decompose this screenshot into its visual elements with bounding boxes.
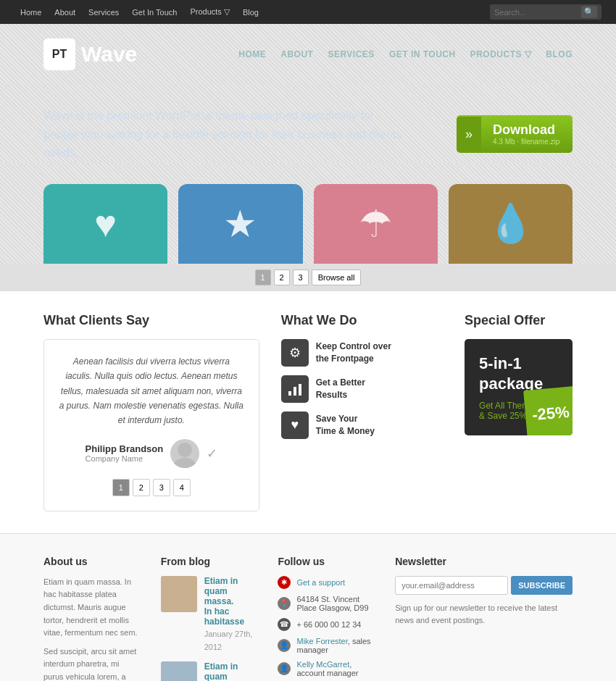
topnav-about[interactable]: About (49, 6, 81, 19)
newsletter-heading: Newsletter (395, 556, 573, 567)
search-input[interactable] (494, 8, 581, 17)
footer-blog: From blog Etiam in quam massa.In hac hab… (161, 556, 257, 681)
search-button[interactable]: 🔍 (581, 6, 597, 18)
service-save: ♥ Save YourTime & Money (281, 411, 443, 439)
logo-box: PT (43, 38, 75, 70)
site-footer: About us Etiam in quam massa. In hac hab… (0, 533, 616, 681)
umbrella-icon: ☂ (359, 202, 393, 246)
checkmark-icon: ✓ (207, 446, 217, 461)
nav-services[interactable]: SERVICES (328, 49, 374, 59)
subscribe-button[interactable]: SUBSCRIBE (511, 576, 573, 595)
testimonial-dot-1[interactable]: 1 (112, 479, 130, 496)
download-button[interactable]: » Download 4.3 Mb · filename.zip (457, 115, 573, 153)
page-1-button[interactable]: 1 (255, 270, 271, 285)
offer-badge: -25% (523, 386, 573, 435)
drop-icon: 💧 (487, 201, 534, 246)
icon-cards-row: ♥ ★ ☂ 💧 (0, 162, 616, 264)
card-heart[interactable]: ♥ (43, 184, 167, 264)
site-header: PT Wave HOME ABOUT SERVICES GET IN TOUCH… (0, 24, 616, 85)
nav-about[interactable]: ABOUT (280, 49, 313, 59)
follow-person-1: 👤 Mike Forrester, sales manager (278, 637, 373, 654)
testimonials-section: What Clients Say Aenean facilisis dui vi… (43, 313, 259, 511)
what-we-do-section: What We Do ⚙ Keep Control overthe Frontp… (281, 313, 443, 511)
blog-link-2[interactable]: Etiam in quam massa.In hac habitasse (204, 661, 257, 681)
topnav-get-in-touch[interactable]: Get In Touch (126, 6, 183, 19)
hero-section: Wave is the premium WordPress theme desi… (0, 85, 616, 162)
avatar (170, 439, 199, 468)
testimonial-dot-3[interactable]: 3 (153, 479, 170, 496)
special-offer-heading: Special Offer (465, 313, 573, 328)
footer-about: About us Etiam in quam massa. In hac hab… (43, 556, 139, 681)
blog-date-1: January 27th, 2012 (204, 630, 253, 651)
testimonial-text: Aenean facilisis dui viverra lectus vive… (59, 354, 244, 428)
blog-link-1[interactable]: Etiam in quam massa.In hac habitasse (204, 576, 257, 627)
footer-follow: Follow us ✱ Get a support 📍 64184 St. Vi… (278, 556, 373, 681)
card-star[interactable]: ★ (178, 184, 302, 264)
author-company: Company Name (86, 454, 164, 463)
logo-initials: PT (52, 48, 67, 61)
chart-icon (281, 375, 309, 403)
star-icon: ★ (223, 202, 257, 246)
testimonial-dot-2[interactable]: 2 (133, 479, 150, 496)
download-label: Download (493, 122, 559, 138)
gear-icon: ⚙ (281, 339, 309, 367)
blog-post-1: Etiam in quam massa.In hac habitasse Jan… (161, 576, 257, 653)
person-1-link[interactable]: Mike Forrester (296, 637, 347, 646)
newsletter-form: SUBSCRIBE (395, 576, 573, 595)
nav-get-in-touch[interactable]: GET IN TOUCH (389, 49, 456, 59)
person-2-text: Kelly McGarret, account manager (296, 660, 373, 677)
nav-home[interactable]: HOME (238, 49, 266, 59)
newsletter-email-input[interactable] (395, 576, 508, 595)
phone-text: + 66 000 00 12 34 (296, 620, 361, 629)
person-1-text: Mike Forrester, sales manager (296, 637, 373, 654)
brand-name: Wave (81, 42, 137, 67)
three-column-section: What Clients Say Aenean facilisis dui vi… (0, 291, 616, 533)
service-results-label: Get a BetterResults (316, 377, 365, 401)
nav-blog[interactable]: BLOG (546, 49, 573, 59)
logo: PT Wave (43, 38, 137, 70)
testimonial-dot-4[interactable]: 4 (173, 479, 191, 496)
testimonial-navigation: 1 2 3 4 (59, 479, 244, 496)
service-frontpage: ⚙ Keep Control overthe Frontpage (281, 339, 443, 367)
svg-point-0 (178, 443, 192, 457)
person-icon-2: 👤 (278, 662, 291, 675)
nav-products[interactable]: PRODUCTS ▽ (470, 49, 532, 59)
topnav-services[interactable]: Services (83, 6, 125, 19)
topnav-home[interactable]: Home (14, 6, 47, 19)
support-icon: ✱ (278, 576, 291, 589)
download-arrow-icon: » (457, 117, 481, 152)
person-2-link[interactable]: Kelly McGarret (296, 660, 349, 669)
person-icon-1: 👤 (278, 639, 291, 652)
service-save-label: Save YourTime & Money (316, 413, 375, 438)
topnav-products[interactable]: Products ▽ (184, 5, 235, 19)
page-3-button[interactable]: 3 (293, 270, 309, 285)
testimonial-author: Philipp Brandson Company Name ✓ (59, 439, 244, 468)
support-link[interactable]: Get a support (296, 578, 345, 587)
browse-all-button[interactable]: Browse all (312, 270, 362, 285)
card-drop[interactable]: 💧 (449, 184, 573, 264)
page-2-button[interactable]: 2 (274, 270, 290, 285)
follow-phone: ☎ + 66 000 00 12 34 (278, 618, 373, 631)
footer-newsletter: Newsletter SUBSCRIBE Sign up for our new… (395, 556, 573, 681)
follow-support: ✱ Get a support (278, 576, 373, 589)
follow-person-2: 👤 Kelly McGarret, account manager (278, 660, 373, 677)
address-text: 64184 St. Vincent Place Glasgow, D99 (296, 595, 373, 612)
blog-thumb-2 (161, 661, 197, 681)
top-nav-links: Home About Services Get In Touch Product… (14, 5, 265, 19)
blog-info-2: Etiam in quam massa.In hac habitasse Jan… (204, 661, 257, 681)
hero-description: Wave is the premium WordPress theme desi… (43, 106, 406, 162)
svg-rect-2 (288, 391, 291, 396)
download-text: Download 4.3 Mb · filename.zip (481, 115, 571, 153)
search-bar: 🔍 (490, 4, 602, 20)
follow-heading: Follow us (278, 556, 373, 567)
heart-icon: ♥ (94, 202, 117, 246)
about-text-2: Sed suscipit, arcu sit amet interdum pha… (43, 646, 139, 681)
card-umbrella[interactable]: ☂ (314, 184, 438, 264)
svg-rect-4 (299, 384, 301, 396)
offer-box: 5-in-1package Get All Themes& Save 25% -… (465, 339, 573, 435)
svg-rect-3 (294, 387, 296, 396)
main-navigation: HOME ABOUT SERVICES GET IN TOUCH PRODUCT… (238, 49, 573, 59)
topnav-blog[interactable]: Blog (237, 6, 265, 19)
blog-thumb-1 (161, 576, 197, 612)
phone-icon: ☎ (278, 618, 291, 631)
